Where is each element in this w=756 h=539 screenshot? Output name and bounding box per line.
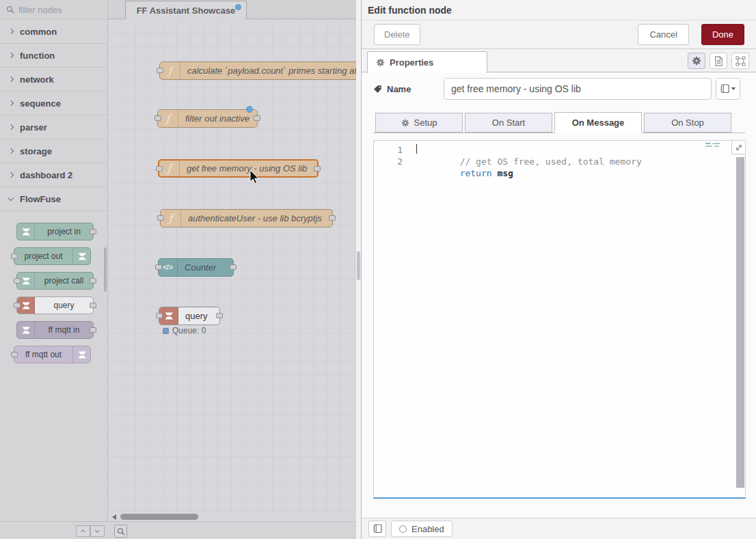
code-identifier: msg (492, 168, 513, 178)
input-port[interactable] (155, 264, 162, 270)
code-editor[interactable]: 1 2 // get OS free, used, total memory r… (373, 140, 746, 499)
done-button[interactable]: Done (701, 24, 744, 45)
delete-button[interactable]: Delete (374, 24, 420, 45)
node-calculate-primes[interactable]: ƒ calculate `payload.count` primes start… (159, 61, 356, 80)
enabled-label: Enabled (411, 524, 444, 534)
input-port[interactable] (156, 166, 163, 171)
editor-scrollbar-thumb[interactable] (736, 157, 744, 488)
palette-node-ff-mqtt-out[interactable]: ff mqtt out (14, 346, 91, 363)
expand-all-button[interactable] (90, 525, 105, 537)
collapse-all-button[interactable] (76, 525, 90, 537)
node-label: get free memory - using OS lib (180, 161, 317, 176)
editor-expand-button[interactable] (731, 141, 745, 154)
node-filter-out-inactive[interactable]: ƒ filter out inactive (157, 109, 258, 128)
palette-footer (0, 521, 108, 539)
output-port[interactable] (216, 313, 223, 318)
category-label: FlowFuse (20, 194, 61, 204)
palette-category-storage[interactable]: storage (0, 139, 107, 163)
canvas-hscrollbar[interactable] (108, 513, 356, 521)
search-icon (117, 527, 125, 536)
palette-category-sequence[interactable]: sequence (0, 92, 107, 115)
editor-minimap[interactable] (705, 143, 725, 151)
flowfuse-icon (17, 223, 35, 240)
category-label: network (20, 74, 54, 85)
palette-category-network[interactable]: network (0, 68, 107, 92)
chevron-right-icon (8, 29, 14, 34)
palette-filter-input[interactable] (18, 5, 101, 15)
canvas-footer (108, 521, 356, 539)
workspace-tab-label: FF Assistant Showcase (137, 5, 236, 16)
tag-icon (373, 85, 382, 94)
workspace-tab[interactable]: FF Assistant Showcase (125, 1, 247, 19)
palette-scrollbar[interactable] (104, 247, 107, 292)
palette-category-flowfuse[interactable]: FlowFuse (0, 187, 107, 211)
node-query[interactable]: query (159, 307, 220, 325)
palette-node-label: ff mqtt in (35, 322, 93, 338)
palette-category-function[interactable]: function (0, 44, 107, 68)
output-port[interactable] (254, 115, 260, 121)
palette-flowfuse-items: project in project out project call quer… (0, 211, 107, 363)
edit-tray: Edit function node Delete Cancel Done Pr… (361, 0, 756, 539)
tab-on-stop[interactable]: On Stop (644, 113, 731, 133)
tab-on-message[interactable]: On Message (554, 112, 642, 133)
input-port[interactable] (156, 313, 163, 318)
palette-node-project-call[interactable]: project call (16, 272, 94, 290)
category-label: parser (20, 122, 47, 133)
node-get-free-memory[interactable]: ƒ get free memory - using OS lib (158, 159, 319, 178)
enabled-toggle-button[interactable]: Enabled (391, 521, 453, 537)
canvas-search-button[interactable] (114, 525, 127, 538)
search-icon (6, 5, 14, 14)
chevron-right-icon (8, 172, 14, 178)
output-port (90, 229, 96, 234)
library-dropdown-button[interactable] (716, 78, 740, 100)
flowfuse-icon (17, 322, 35, 338)
gear-icon (692, 56, 701, 66)
tray-toolbar: Delete Cancel Done (362, 20, 756, 49)
palette-node-query[interactable]: query (16, 296, 94, 314)
output-port[interactable] (314, 166, 321, 171)
library-button[interactable] (368, 521, 386, 537)
description-view-button[interactable] (710, 53, 727, 69)
name-input[interactable] (444, 78, 712, 100)
node-counter[interactable]: </> Counter (158, 258, 234, 277)
node-label: query (178, 307, 219, 324)
code-keyword: return (460, 168, 492, 178)
appearance-view-button[interactable] (731, 53, 749, 69)
chevron-right-icon (8, 124, 14, 130)
palette-category-dashboard2[interactable]: dashboard 2 (0, 163, 107, 187)
node-authenticate-user[interactable]: ƒ authenticateUser - use lib bcryptjs (160, 209, 333, 227)
input-port[interactable] (154, 115, 161, 121)
vscroll-thumb[interactable] (357, 251, 360, 280)
palette-category-common[interactable]: common (0, 20, 107, 44)
palette-node-label: ff mqtt out (14, 346, 72, 363)
palette-node-project-in[interactable]: project in (16, 223, 94, 240)
input-port[interactable] (157, 68, 163, 73)
document-icon (714, 56, 723, 66)
status-dot-icon (163, 328, 169, 334)
tab-label: On Message (572, 118, 625, 128)
input-port[interactable] (157, 215, 164, 221)
scroll-left-arrow-icon[interactable] (112, 514, 116, 520)
output-port (90, 327, 96, 333)
tray-header: Edit function node (362, 0, 756, 20)
appearance-icon (735, 56, 746, 66)
cancel-button[interactable]: Cancel (638, 24, 688, 45)
palette-node-ff-mqtt-in[interactable]: ff mqtt in (16, 321, 94, 339)
palette-node-project-out[interactable]: project out (14, 247, 91, 265)
flow-canvas[interactable]: FF Assistant Showcase ƒ calculate `paylo… (108, 0, 356, 539)
function-tabs: Setup On Start On Message On Stop (373, 112, 745, 133)
tray-title: Edit function node (368, 5, 452, 16)
category-label: sequence (20, 98, 61, 109)
tab-properties[interactable]: Properties (367, 51, 487, 73)
node-status: Queue: 0 (163, 326, 206, 335)
tab-on-start[interactable]: On Start (465, 113, 552, 133)
gear-icon (401, 119, 409, 127)
palette-category-parser[interactable]: parser (0, 115, 107, 139)
canvas-vscrollbar[interactable] (356, 0, 361, 539)
tab-setup[interactable]: Setup (375, 113, 463, 133)
hscroll-thumb[interactable] (120, 514, 198, 520)
output-port[interactable] (329, 215, 336, 221)
output-port[interactable] (230, 264, 237, 270)
properties-view-button[interactable] (688, 53, 705, 69)
status-text: Queue: 0 (172, 326, 206, 335)
